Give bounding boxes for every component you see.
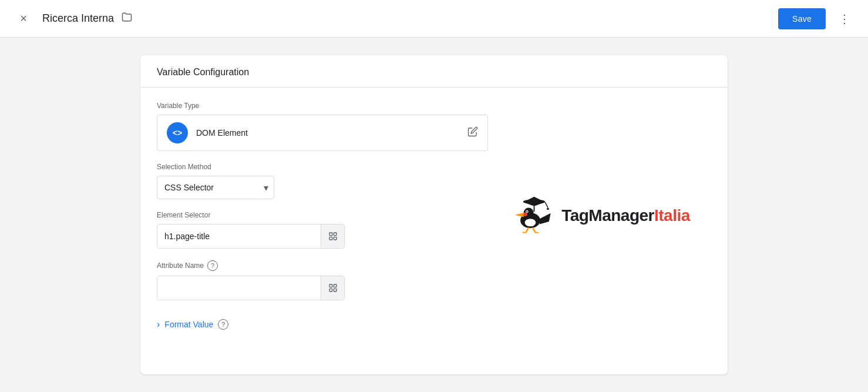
more-icon: ⋮: [839, 12, 850, 26]
tag-manager-italia-logo: TagManagerItalia: [509, 194, 690, 238]
help-icon-text: ?: [211, 262, 214, 269]
logo-text-black: TagManager: [561, 206, 654, 225]
logo-area: TagManagerItalia: [488, 102, 711, 330]
attribute-name-help-icon[interactable]: ?: [207, 260, 218, 271]
more-menu-button[interactable]: ⋮: [833, 7, 856, 31]
svg-rect-0: [329, 233, 332, 236]
dom-icon-text: <>: [173, 128, 182, 138]
svg-rect-3: [334, 237, 337, 240]
svg-rect-6: [329, 289, 332, 292]
element-selector-label: Element Selector: [157, 211, 488, 219]
dom-element-icon: <>: [167, 122, 188, 143]
bird-cheek: [523, 212, 527, 216]
variable-type-section: Variable Type <> DOM Element: [157, 102, 488, 151]
element-selector-input[interactable]: [157, 225, 321, 248]
attribute-name-section: Attribute Name ?: [157, 260, 488, 300]
dom-element-label: DOM Element: [196, 128, 248, 138]
logo-text-red: Italia: [654, 206, 690, 225]
close-icon: ×: [20, 12, 27, 25]
svg-rect-5: [334, 284, 337, 287]
bird-belly: [525, 219, 536, 226]
card-header-title: Variable Configuration: [157, 67, 249, 77]
top-bar: × Ricerca Interna Save ⋮: [0, 0, 868, 38]
svg-rect-4: [329, 284, 332, 287]
card-body: Variable Type <> DOM Element: [140, 88, 728, 344]
selection-method-label: Selection Method: [157, 163, 488, 171]
bird-tail: [540, 213, 551, 224]
element-selector-variable-button[interactable]: [321, 225, 344, 248]
top-bar-left: × Ricerca Interna: [12, 7, 778, 31]
chevron-right-icon: ›: [157, 319, 160, 330]
help-icon-text: ?: [221, 321, 225, 328]
bird-beak: [515, 212, 524, 217]
variable-config-card: Variable Configuration Variable Type <> …: [140, 55, 728, 374]
format-value-label: Format Value: [164, 320, 213, 329]
card-left: Variable Type <> DOM Element: [157, 102, 488, 330]
format-value-help-icon[interactable]: ?: [218, 319, 228, 330]
save-button[interactable]: Save: [778, 8, 826, 29]
logo-text-container: TagManagerItalia: [561, 206, 690, 225]
card-header: Variable Configuration: [140, 55, 728, 88]
main-content: Variable Configuration Variable Type <> …: [0, 38, 868, 392]
svg-rect-1: [334, 233, 337, 236]
selection-method-select[interactable]: CSS Selector ID: [157, 176, 274, 199]
svg-rect-7: [334, 289, 337, 292]
format-value-row[interactable]: › Format Value ?: [157, 312, 488, 330]
element-selector-input-wrapper: [157, 224, 345, 249]
selection-method-select-wrapper: CSS Selector ID ▾: [157, 176, 274, 199]
variable-type-label: Variable Type: [157, 102, 488, 110]
edit-icon[interactable]: [467, 126, 478, 140]
attribute-name-label: Attribute Name: [157, 262, 204, 270]
element-selector-section: Element Selector: [157, 211, 488, 249]
svg-rect-2: [329, 237, 332, 240]
attribute-name-variable-button[interactable]: [321, 276, 344, 300]
cap-brim: [523, 199, 546, 204]
bird-logo-icon: [509, 194, 559, 238]
close-button[interactable]: ×: [12, 7, 35, 31]
bird-left-leg: [526, 227, 529, 232]
variable-type-row: <> DOM Element: [157, 115, 488, 151]
attribute-name-input-wrapper: [157, 276, 345, 300]
tassel-end: [547, 207, 549, 210]
top-bar-right: Save ⋮: [778, 7, 856, 31]
bird-eye-pupil: [526, 210, 527, 212]
folder-icon[interactable]: [121, 11, 133, 26]
selection-method-section: Selection Method CSS Selector ID ▾: [157, 163, 488, 199]
page-title: Ricerca Interna: [42, 12, 114, 25]
tassel-line: [545, 202, 548, 207]
attribute-name-input[interactable]: [157, 276, 321, 300]
bird-right-leg: [533, 227, 536, 232]
